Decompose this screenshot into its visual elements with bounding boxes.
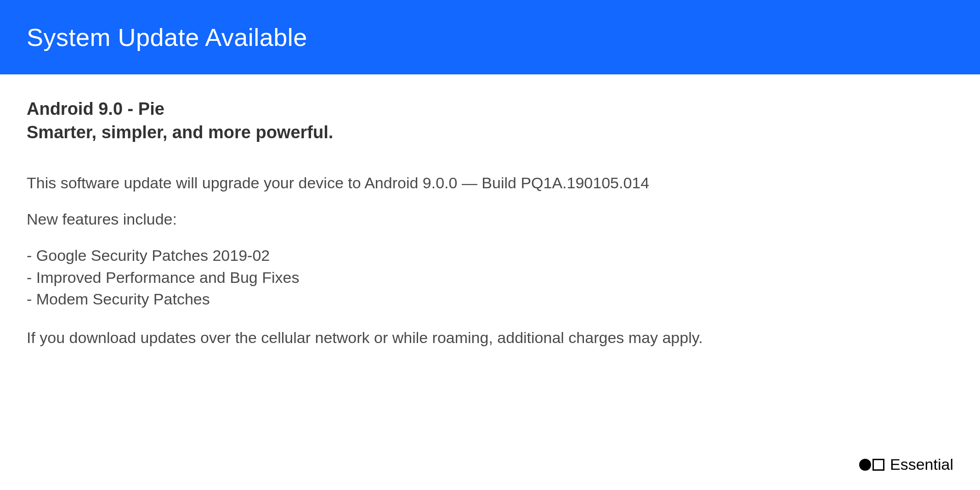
- subtitle-block: Android 9.0 - Pie Smarter, simpler, and …: [27, 97, 953, 145]
- brand-name: Essential: [890, 456, 953, 473]
- page-title: System Update Available: [27, 23, 953, 51]
- essential-logo-icon: [859, 459, 884, 471]
- features-label: New features include:: [27, 210, 953, 228]
- logo-square-icon: [872, 459, 884, 471]
- feature-item: Modem Security Patches: [27, 288, 953, 310]
- feature-item: Google Security Patches 2019-02: [27, 245, 953, 267]
- brand-footer: Essential: [859, 456, 953, 473]
- logo-circle-icon: [859, 459, 871, 471]
- disclaimer-text: If you download updates over the cellula…: [27, 327, 808, 349]
- feature-list: Google Security Patches 2019-02 Improved…: [27, 245, 953, 310]
- update-description: This software update will upgrade your d…: [27, 172, 953, 194]
- subtitle-line-1: Android 9.0 - Pie: [27, 97, 953, 121]
- header-banner: System Update Available: [0, 0, 980, 74]
- subtitle-line-2: Smarter, simpler, and more powerful.: [27, 121, 953, 144]
- feature-item: Improved Performance and Bug Fixes: [27, 267, 953, 289]
- content-area: Android 9.0 - Pie Smarter, simpler, and …: [0, 74, 980, 349]
